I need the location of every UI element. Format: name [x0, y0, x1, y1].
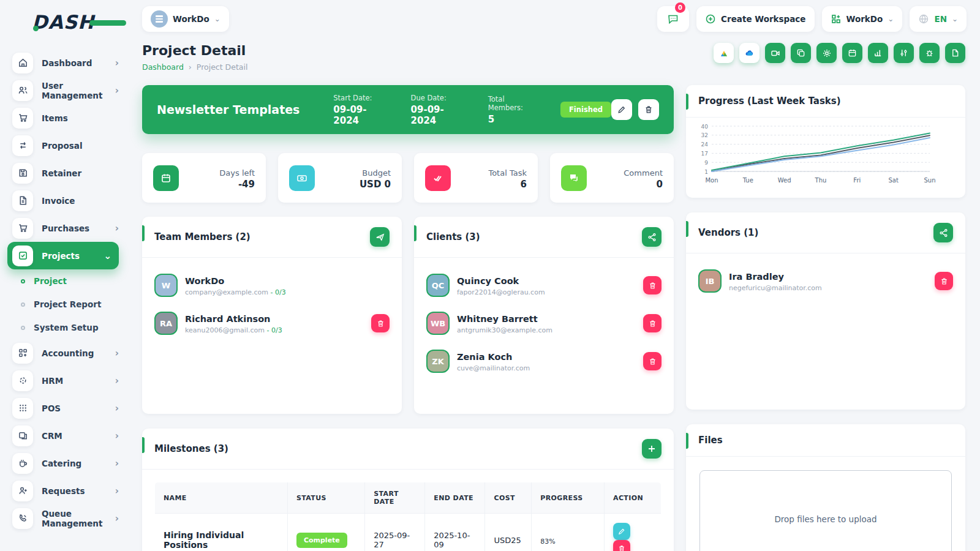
progress-percent: 83% [540, 538, 595, 545]
team-members-title: Team Members (2) [154, 231, 251, 242]
card-accent-bar [142, 225, 145, 241]
start-date-label: Start Date: [333, 94, 390, 102]
invite-member-button[interactable] [370, 227, 390, 247]
layout-icon [12, 425, 33, 446]
chart-button[interactable] [868, 43, 888, 63]
chevron-right-icon: › [115, 348, 119, 359]
banner-actions [611, 99, 659, 120]
language-selector[interactable]: EN ⌄ [910, 6, 967, 32]
team-member-row: W WorkDo company@example.com - 0/3 [142, 266, 402, 304]
remove-vendor-button[interactable] [935, 272, 953, 290]
create-workspace-button[interactable]: Create Workspace [696, 6, 814, 32]
video-meeting-button[interactable] [765, 43, 785, 63]
client-row: ZK Zenia Koch cuve@mailinator.com [414, 342, 674, 380]
sidebar-item-label: POS [42, 403, 115, 413]
remove-client-button[interactable] [643, 352, 662, 370]
delete-project-button[interactable] [638, 99, 659, 120]
sidebar-item-pos[interactable]: POS › [0, 394, 127, 422]
vendors-title: Vendors (1) [698, 227, 758, 238]
stat-value: -49 [238, 179, 255, 190]
avatar-initials: WB [431, 319, 445, 328]
logo-dot-shape [33, 26, 39, 31]
files-card: Files Drop files here to upload [686, 424, 965, 551]
column-header-start: START DATE [365, 482, 425, 514]
sidebar-subitem-project[interactable]: Project [0, 269, 127, 293]
edit-milestone-button[interactable] [613, 523, 630, 540]
sidebar-item-items[interactable]: Items [0, 104, 127, 132]
add-milestone-button[interactable] [642, 439, 662, 459]
progress-line-chart: 4032241791MonTueWedThuFriSatSun [686, 118, 965, 191]
messages-count-badge: 0 [675, 2, 685, 13]
crosshair-icon [12, 370, 33, 391]
svg-text:24: 24 [701, 141, 709, 148]
member-email: keanu2006@gmail.com [185, 326, 265, 334]
sidebar-item-crm[interactable]: CRM › [0, 422, 127, 449]
avatar: W [154, 274, 178, 297]
card-accent-bar [414, 225, 417, 241]
sidebar-subitem-label: System Setup [34, 323, 99, 332]
stat-days-left: Days left-49 [142, 153, 266, 203]
sidebar-item-hrm[interactable]: HRM › [0, 367, 127, 394]
user-menu[interactable]: WorkDo ⌄ [822, 6, 903, 32]
sidebar-item-purchases[interactable]: Purchases › [0, 214, 127, 242]
file-button[interactable] [945, 43, 965, 63]
gdrive-button[interactable] [714, 43, 734, 63]
messages-button[interactable]: 0 [657, 6, 689, 32]
remove-member-button[interactable] [371, 314, 390, 332]
chevron-right-icon: › [115, 85, 119, 96]
calendar-button[interactable] [842, 43, 862, 63]
remove-client-button[interactable] [643, 314, 662, 332]
sidebar-subitem-project-report[interactable]: Project Report [0, 293, 127, 316]
sidebar-item-dashboard[interactable]: Dashboard › [0, 49, 127, 77]
users-icon [12, 80, 33, 101]
milestones-table: NAME STATUS START DATE END DATE COST PRO… [154, 482, 662, 551]
sidebar-item-user-management[interactable]: User Management › [0, 77, 127, 104]
copy-button[interactable] [791, 43, 811, 63]
sidebar-nav: Dashboard › User Management › Items Prop… [0, 49, 127, 532]
client-name: Whitney Barrett [457, 314, 538, 324]
svg-text:9: 9 [704, 160, 708, 166]
brand-logo[interactable]: DASH [32, 11, 99, 33]
file-dropzone[interactable]: Drop files here to upload [699, 470, 952, 551]
bullet-icon [21, 326, 25, 330]
workspace-selector[interactable]: WorkDo ⌄ [142, 6, 229, 32]
user-plus-icon [12, 481, 33, 501]
sidebar-item-queue-management[interactable]: Queue Management › [0, 504, 127, 532]
column-header-name: NAME [155, 482, 288, 514]
check-square-icon [12, 246, 33, 266]
milestones-card: Milestones (3) NAME STATUS START DATE EN… [142, 429, 674, 551]
client-row: QC Quincy Cook fapor22014@oglerau.com [414, 266, 674, 304]
svg-text:Sat: Sat [888, 177, 898, 184]
sidebar-item-retainer[interactable]: Retainer [0, 159, 127, 187]
sidebar-item-label: Queue Management [42, 509, 115, 528]
remove-client-button[interactable] [643, 276, 662, 294]
sliders-button[interactable] [894, 43, 914, 63]
sidebar-subitem-system-setup[interactable]: System Setup [0, 316, 127, 339]
delete-milestone-button[interactable] [613, 540, 630, 551]
share-vendors-button[interactable] [933, 223, 953, 242]
chevron-right-icon: › [115, 458, 119, 469]
breadcrumb-home-link[interactable]: Dashboard [142, 62, 184, 72]
sidebar-item-invoice[interactable]: Invoice [0, 187, 127, 214]
sidebar-item-accounting[interactable]: Accounting › [0, 339, 127, 367]
quick-actions-toolbar [714, 43, 965, 63]
sidebar-item-requests[interactable]: Requests › [0, 477, 127, 504]
avatar: IB [698, 269, 722, 293]
settings-gear-button[interactable] [816, 43, 837, 63]
clients-title: Clients (3) [426, 231, 480, 242]
sidebar-item-label: Items [42, 113, 119, 123]
share-clients-button[interactable] [642, 227, 662, 247]
stat-budget: BudgetUSD 0 [278, 153, 402, 203]
chevron-right-icon: › [115, 485, 119, 497]
sidebar-item-proposal[interactable]: Proposal [0, 132, 127, 159]
language-code: EN [934, 14, 947, 24]
sidebar-item-catering[interactable]: Catering › [0, 449, 127, 477]
progress-chart-card: Progress (Last Week Tasks) 4032241791Mon… [686, 85, 965, 198]
edit-project-button[interactable] [611, 99, 632, 120]
onedrive-button[interactable] [739, 43, 760, 63]
bug-button[interactable] [919, 43, 940, 63]
bullet-icon [21, 302, 25, 307]
member-name: WorkDo [185, 276, 224, 286]
sidebar-item-projects[interactable]: Projects ⌄ [7, 242, 119, 269]
banknote-icon [289, 165, 315, 191]
